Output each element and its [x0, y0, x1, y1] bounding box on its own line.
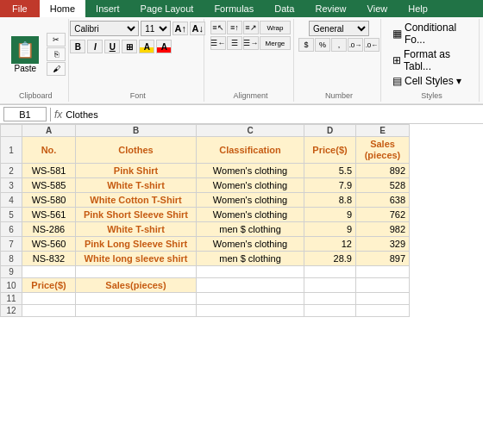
cell-e9[interactable]	[356, 266, 410, 278]
cut-button[interactable]: ✂	[47, 33, 66, 47]
tab-help[interactable]: Help	[398, 0, 438, 17]
cell-d8[interactable]: 28.9	[304, 252, 356, 266]
align-top-center-button[interactable]: ≡↑	[227, 21, 242, 34]
tab-formulas[interactable]: Formulas	[204, 0, 264, 17]
wrap-text-button[interactable]: Wrap	[260, 21, 291, 34]
col-header-c[interactable]: C	[197, 125, 304, 137]
border-button[interactable]: ⊞	[122, 40, 137, 53]
cell-e12[interactable]	[356, 305, 410, 317]
cell-d10[interactable]	[304, 278, 356, 293]
italic-button[interactable]: I	[87, 40, 103, 53]
cell-e8[interactable]: 897	[356, 252, 410, 266]
cell-d2[interactable]: 5.5	[304, 164, 356, 178]
cell-b5[interactable]: Pink Short Sleeve Shirt	[76, 208, 197, 222]
cell-c2[interactable]: Women's clothing	[197, 164, 304, 178]
cell-styles-button[interactable]: ▤ Cell Styles ▾	[390, 74, 464, 88]
tab-home[interactable]: Home	[40, 0, 85, 17]
decrease-decimal-button[interactable]: .0←	[364, 38, 380, 52]
cell-a11[interactable]	[22, 293, 76, 305]
col-header-d[interactable]: D	[304, 125, 356, 137]
cell-d12[interactable]	[304, 305, 356, 317]
bold-button[interactable]: B	[70, 40, 85, 53]
cell-c4[interactable]: Women's clothing	[197, 193, 304, 208]
cell-e3[interactable]: 528	[356, 178, 410, 193]
cell-c3[interactable]: Women's clothing	[197, 178, 304, 193]
align-top-left-button[interactable]: ≡↖	[210, 21, 226, 34]
tab-data[interactable]: Data	[264, 0, 304, 17]
paste-button[interactable]: 📋 Paste	[5, 34, 45, 76]
cell-b11[interactable]	[76, 293, 197, 305]
copy-button[interactable]: ⎘	[47, 47, 66, 61]
cell-a5[interactable]: WS-561	[22, 208, 76, 222]
tab-file[interactable]: File	[0, 0, 40, 17]
percent-button[interactable]: %	[315, 38, 330, 52]
cell-a9[interactable]	[22, 266, 76, 278]
cell-d1[interactable]: Price($)	[304, 137, 356, 164]
cell-e6[interactable]: 982	[356, 222, 410, 237]
cell-d3[interactable]: 7.9	[304, 178, 356, 193]
cell-b1[interactable]: Clothes	[76, 137, 197, 164]
cell-e2[interactable]: 892	[356, 164, 410, 178]
cell-e10[interactable]	[356, 278, 410, 293]
cell-e4[interactable]: 638	[356, 193, 410, 208]
align-left-button[interactable]: ☰←	[210, 36, 226, 50]
merge-center-button[interactable]: Merge	[260, 36, 291, 50]
conditional-formatting-button[interactable]: ▦ Conditional Fo...	[390, 21, 474, 47]
cell-b3[interactable]: White T-shirt	[76, 178, 197, 193]
comma-button[interactable]: ,	[331, 38, 347, 52]
cell-a7[interactable]: WS-560	[22, 237, 76, 252]
cell-c1[interactable]: Classification	[197, 137, 304, 164]
cell-b4[interactable]: White Cotton T-Shirt	[76, 193, 197, 208]
format-painter-button[interactable]: 🖌	[47, 62, 66, 76]
align-center-button[interactable]: ☰	[227, 36, 242, 50]
cell-e11[interactable]	[356, 293, 410, 305]
cell-c8[interactable]: men $ clothing	[197, 252, 304, 266]
cell-d6[interactable]: 9	[304, 222, 356, 237]
cell-e5[interactable]: 762	[356, 208, 410, 222]
tab-insert[interactable]: Insert	[85, 0, 130, 17]
tab-review[interactable]: Review	[304, 0, 356, 17]
number-format-select[interactable]: General	[309, 21, 369, 36]
cell-b12[interactable]	[76, 305, 197, 317]
font-color-button[interactable]: A	[156, 40, 172, 53]
cell-a1[interactable]: No.	[22, 137, 76, 164]
font-name-select[interactable]: Calibri	[70, 21, 139, 36]
tab-view[interactable]: View	[357, 0, 398, 17]
cell-e1[interactable]: Sales(pieces)	[356, 137, 410, 164]
align-top-right-button[interactable]: ≡↗	[243, 21, 259, 34]
cell-d7[interactable]: 12	[304, 237, 356, 252]
cell-a4[interactable]: WS-580	[22, 193, 76, 208]
font-size-select[interactable]: 11	[141, 21, 171, 36]
cell-d4[interactable]: 8.8	[304, 193, 356, 208]
cell-c5[interactable]: Women's clothing	[197, 208, 304, 222]
cell-a8[interactable]: NS-832	[22, 252, 76, 266]
format-as-table-button[interactable]: ⊞ Format as Tabl...	[390, 47, 474, 73]
cell-c11[interactable]	[197, 293, 304, 305]
currency-button[interactable]: $	[298, 38, 314, 52]
cell-e7[interactable]: 329	[356, 237, 410, 252]
fill-color-button[interactable]: A	[139, 40, 154, 53]
cell-c12[interactable]	[197, 305, 304, 317]
underline-button[interactable]: U	[104, 40, 120, 53]
increase-decimal-button[interactable]: .0→	[348, 38, 363, 52]
cell-d9[interactable]	[304, 266, 356, 278]
cell-c6[interactable]: men $ clothing	[197, 222, 304, 237]
cell-b6[interactable]: White T-shirt	[76, 222, 197, 237]
cell-a6[interactable]: NS-286	[22, 222, 76, 237]
cell-c7[interactable]: Women's clothing	[197, 237, 304, 252]
cell-a10[interactable]: Price($)	[22, 278, 76, 293]
decrease-font-button[interactable]: A↓	[190, 22, 205, 35]
cell-a3[interactable]: WS-585	[22, 178, 76, 193]
cell-b2[interactable]: Pink Shirt	[76, 164, 197, 178]
cell-a12[interactable]	[22, 305, 76, 317]
cell-d5[interactable]: 9	[304, 208, 356, 222]
tab-page-layout[interactable]: Page Layout	[130, 0, 204, 17]
cell-c10[interactable]	[197, 278, 304, 293]
cell-c9[interactable]	[197, 266, 304, 278]
col-header-e[interactable]: E	[356, 125, 410, 137]
cell-b7[interactable]: Pink Long Sleeve Shirt	[76, 237, 197, 252]
col-header-b[interactable]: B	[76, 125, 197, 137]
col-header-a[interactable]: A	[22, 125, 76, 137]
cell-b8[interactable]: White long sleeve shirt	[76, 252, 197, 266]
align-right-button[interactable]: ☰→	[243, 36, 259, 50]
